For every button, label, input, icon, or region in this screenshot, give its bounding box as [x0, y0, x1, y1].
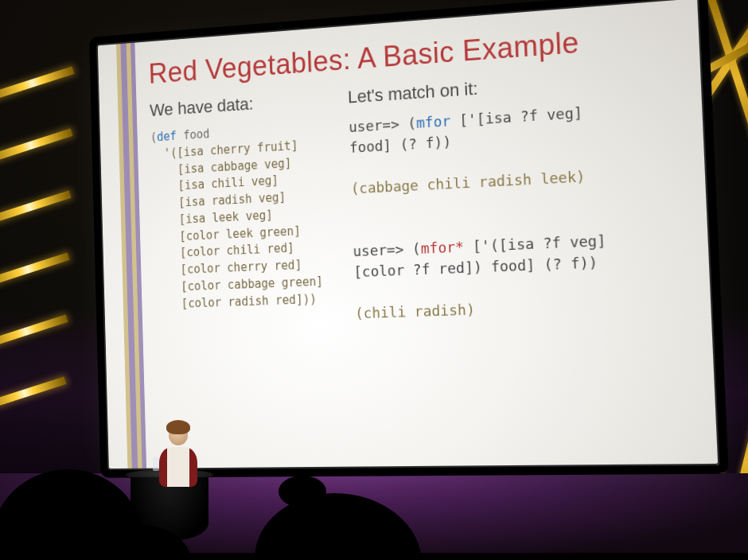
repl-prefix: user=> (: [353, 239, 421, 259]
speaker-person: [158, 425, 199, 496]
wall-light-strip: [0, 128, 73, 165]
repl-rest: food] (? f)): [349, 133, 452, 156]
repl-rest: ['([isa ?f veg]: [464, 231, 606, 255]
code-line: [color cherry red]: [154, 258, 302, 278]
keyword-mfor: mfor: [416, 112, 451, 131]
wall-light-strip: [0, 190, 72, 228]
slide-right-column: Let's match on it: user=> (mfor ['[isa ?…: [347, 61, 690, 324]
slide-columns: We have data: (def food '([isa cherry fr…: [150, 61, 691, 330]
repl-prefix: user=> (: [349, 115, 417, 135]
photo-scene: Red Vegetables: A Basic Example We have …: [0, 0, 748, 560]
repl-block-1: user=> (mfor ['[isa ?f veg] food] (? f))…: [349, 96, 691, 325]
wall-light-strip: [0, 376, 67, 414]
keyword-def: def: [157, 129, 177, 144]
keyword-mfor-star: mfor*: [420, 238, 464, 257]
repl-result-2: (chili radish): [355, 301, 475, 321]
slide-content: Red Vegetables: A Basic Example We have …: [148, 18, 696, 449]
wall-light-strip: [0, 66, 75, 103]
code-line: [color radish red])): [155, 292, 318, 312]
repl-rest: ['[isa ?f veg]: [450, 104, 583, 130]
repl-result-1: (cabbage chili radish leek): [351, 168, 586, 197]
projector-screen: Red Vegetables: A Basic Example We have …: [96, 0, 716, 467]
def-name: food: [177, 127, 210, 143]
left-heading: We have data:: [150, 89, 321, 121]
code-line: [isa leek veg]: [153, 208, 273, 228]
slide-left-column: We have data: (def food '([isa cherry fr…: [150, 86, 328, 330]
wall-light-strip: [0, 252, 70, 290]
wall-light-strip: [0, 314, 68, 352]
slide-surface: Red Vegetables: A Basic Example We have …: [96, 0, 719, 470]
code-line: [color chili red]: [154, 241, 294, 261]
data-definition-code: (def food '([isa cherry fruit] [isa cabb…: [150, 119, 327, 313]
